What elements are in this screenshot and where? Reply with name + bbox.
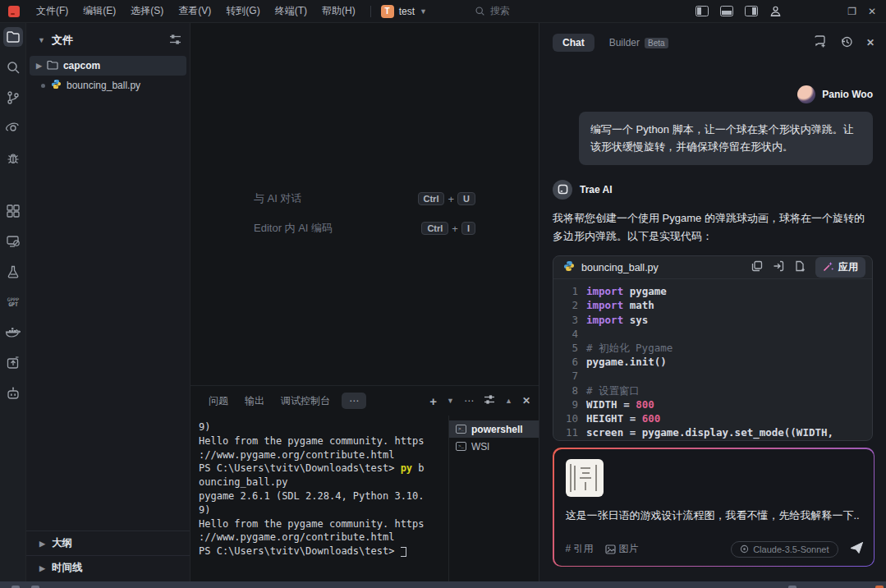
toggle-panel-icon[interactable]	[720, 6, 733, 16]
tab-problems[interactable]: 问题	[200, 391, 236, 411]
panel-tab-bar: 问题 输出 调试控制台 ⋯ + ▼ ⋯ ▲ ✕	[191, 386, 539, 416]
toggle-left-sidebar-icon[interactable]	[695, 6, 709, 16]
gpt-icon[interactable]: GPPPGPT	[3, 292, 23, 312]
hint-keys: Ctrl+U	[418, 192, 476, 205]
terminal-output[interactable]: 9)Hello from the pygame community. https…	[191, 416, 448, 581]
monitor-icon[interactable]	[3, 232, 23, 251]
search-icon[interactable]	[3, 57, 23, 77]
user-avatar	[797, 85, 815, 103]
debug-icon[interactable]	[3, 149, 23, 168]
more-tabs-button[interactable]: ⋯	[342, 393, 366, 409]
copy-icon[interactable]	[751, 260, 763, 274]
tab-builder[interactable]: Builder Beta	[609, 37, 668, 48]
outline-label: 大纲	[52, 536, 72, 550]
window-arrow-icon[interactable]	[3, 353, 23, 373]
editor-empty-area[interactable]: 与 AI 对话 Ctrl+U Editor 内 AI 编码 Ctrl+I	[191, 23, 539, 386]
extensions-icon[interactable]	[3, 201, 23, 221]
close-panel-icon[interactable]: ✕	[522, 395, 530, 407]
code-line: 1import pygame	[562, 284, 864, 298]
remote-explorer-icon[interactable]	[3, 118, 23, 138]
robot-icon[interactable]	[3, 384, 23, 403]
terminal-line: ://www.pygame.org/contribute.html	[199, 531, 448, 544]
apply-label: 应用	[838, 260, 858, 274]
image-button[interactable]: 图片	[605, 542, 639, 556]
model-selector[interactable]: Claude-3.5-Sonnet	[731, 541, 838, 558]
hint-label: Editor 内 AI 编码	[254, 221, 333, 236]
terminal-item-wsl[interactable]: >_ WSl	[449, 438, 539, 455]
account-icon[interactable]	[769, 5, 782, 17]
code-line: 11screen = pygame.display.set_mode((WIDT…	[562, 425, 864, 439]
terminal-item-powershell[interactable]: >_ powershell	[449, 420, 539, 438]
attached-image-thumbnail[interactable]	[566, 459, 604, 497]
search-box[interactable]: 搜索	[475, 4, 510, 18]
more-actions-icon[interactable]: ⋯	[464, 395, 474, 407]
key-u: U	[457, 192, 475, 205]
timeline-label: 时间线	[52, 561, 83, 575]
menu-item[interactable]: 文件(F)	[30, 2, 75, 21]
python-icon	[51, 79, 62, 92]
send-button[interactable]	[850, 541, 864, 557]
terminal-line: PS C:\Users\tvitv\Downloads\test>	[199, 544, 448, 558]
chat-input[interactable]: 这是一张日语的游戏设计流程图，我看不懂，先给我解释一下.. # 引用 图片 Cl…	[554, 449, 874, 566]
test-flask-icon[interactable]	[3, 262, 23, 282]
key-ctrl: Ctrl	[421, 222, 448, 235]
new-terminal-button[interactable]: +	[429, 394, 437, 408]
trae-logo-icon	[8, 6, 20, 17]
terminal-line: Hello from the pygame community. https	[199, 434, 448, 448]
restore-window-button[interactable]: ❐	[847, 6, 856, 17]
menu-item[interactable]: 查看(V)	[172, 2, 218, 21]
tab-chat[interactable]: Chat	[553, 34, 594, 52]
split-terminal-icon[interactable]	[484, 394, 495, 407]
explorer-icon[interactable]	[3, 27, 23, 47]
history-icon[interactable]	[840, 35, 853, 51]
key-ctrl: Ctrl	[418, 192, 445, 205]
filter-icon[interactable]	[169, 34, 181, 48]
code-filename: bouncing_ball.py	[581, 262, 659, 273]
close-chat-icon[interactable]: ✕	[866, 37, 875, 48]
menu-item[interactable]: 转到(G)	[219, 2, 266, 21]
tree-item-capcom[interactable]: ▶ capcom	[30, 56, 186, 76]
apply-button[interactable]: 应用	[815, 257, 865, 278]
user-message-bubble: 编写一个 Python 脚本，让一个球在某个形状内弹跳。让该形状缓慢旋转，并确保…	[579, 112, 873, 165]
chat-input-text[interactable]: 这是一张日语的游戏设计流程图，我看不懂，先给我解释一下..	[566, 508, 862, 523]
divider	[370, 6, 371, 17]
outline-section[interactable]: ▶ 大纲	[26, 531, 190, 555]
tab-debug-console[interactable]: 调试控制台	[273, 391, 338, 411]
image-icon	[605, 544, 616, 554]
assistant-message-header: Trae AI	[553, 180, 873, 200]
menu-item[interactable]: 编辑(E)	[76, 2, 122, 21]
docker-icon[interactable]	[3, 323, 23, 342]
folder-icon	[47, 60, 58, 72]
chat-input-border: 这是一张日语的游戏设计流程图，我看不懂，先给我解释一下.. # 引用 图片 Cl…	[553, 448, 875, 567]
menu-item[interactable]: 选择(S)	[124, 2, 170, 21]
source-control-icon[interactable]	[3, 88, 23, 108]
tab-output[interactable]: 输出	[236, 391, 273, 411]
workspace-switcher[interactable]: T test ▼	[381, 5, 427, 18]
reference-button[interactable]: # 引用	[566, 542, 594, 556]
insert-code-icon[interactable]	[773, 260, 784, 274]
code-line: 7	[562, 369, 864, 383]
chevron-down-icon[interactable]: ▼	[38, 36, 45, 44]
new-chat-icon[interactable]	[814, 35, 827, 50]
terminal-icon: >_	[456, 442, 466, 451]
tree-item-label: bouncing_ball.py	[67, 80, 140, 91]
modified-dot-icon	[41, 84, 45, 88]
toggle-right-sidebar-icon[interactable]	[745, 6, 758, 16]
windows-taskbar[interactable]	[0, 581, 886, 588]
code-line: 3import sys	[562, 313, 864, 327]
timeline-section[interactable]: ▶ 时间线	[26, 555, 190, 580]
chevron-down-icon[interactable]: ▼	[447, 397, 454, 405]
close-window-button[interactable]: ✕	[868, 6, 876, 17]
explorer-title: 文件	[52, 33, 73, 48]
maximize-panel-icon[interactable]: ▲	[505, 397, 512, 405]
new-file-icon[interactable]	[794, 260, 806, 274]
menu-item[interactable]: 终端(T)	[269, 2, 314, 21]
code-card-actions: 应用	[751, 257, 865, 278]
app-window: 文件(F)编辑(E)选择(S)查看(V)转到(G)终端(T)帮助(H) T te…	[0, 0, 886, 588]
workspace-name: test	[399, 6, 415, 17]
menu-item[interactable]: 帮助(H)	[315, 2, 362, 21]
tree-item-bouncing-ball[interactable]: bouncing_ball.py	[30, 76, 186, 95]
terminal-line: PS C:\Users\tvitv\Downloads\test> py b	[199, 462, 448, 475]
terminal-label: WSl	[471, 441, 489, 452]
code-body[interactable]: 1import pygame2import math3import sys4 5…	[553, 279, 872, 440]
